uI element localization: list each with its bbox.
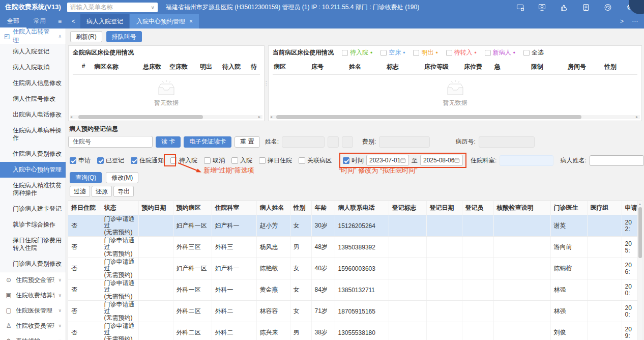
column-header-状态[interactable]: 状态: [101, 201, 138, 215]
sidebar-item-住院病人精准扶贫病种操作[interactable]: 住院病人精准扶贫病种操作: [0, 178, 66, 201]
horizontal-scrollbar[interactable]: ◂ ▸: [70, 115, 262, 119]
column-header-住院科室[interactable]: 住院科室: [212, 201, 256, 215]
checkbox-checked-icon[interactable]: [343, 157, 349, 164]
e-voucher-read-card-button[interactable]: 电子凭证读卡: [184, 136, 231, 148]
checkbox-icon[interactable]: [523, 50, 530, 56]
filter-button[interactable]: 过滤: [70, 186, 90, 197]
close-tab-icon[interactable]: ×: [189, 18, 193, 25]
monitor-schedule-icon[interactable]: [538, 3, 546, 11]
sidebar-group-住院收费结算管理[interactable]: ▣住院收费结算管理∨: [0, 288, 66, 303]
tab-admission-center[interactable]: 入院中心预约管理 ×: [130, 14, 199, 29]
screen-capture-icon[interactable]: [516, 3, 524, 11]
filter-checkbox-住院通知[interactable]: 住院通知: [131, 156, 164, 165]
column-header-病人联系电话[interactable]: 病人联系电话: [335, 201, 389, 215]
checkbox-icon[interactable]: [380, 50, 387, 56]
legend-待入院[interactable]: 待入院•: [342, 48, 372, 57]
column-header-年龄[interactable]: 年龄: [311, 201, 335, 215]
horizontal-scrollbar[interactable]: ◂ ▸: [270, 115, 640, 119]
sidebar-item-病人住院号修改[interactable]: 病人住院号修改: [0, 91, 66, 107]
sidebar-item-择日住院门诊费用转入住院[interactable]: 择日住院门诊费用转入住院: [0, 233, 66, 256]
column-header-预约病区[interactable]: 预约病区: [173, 201, 212, 215]
sidebar-group-inout-transfer[interactable]: ◰ 住院入出转管理 ∧: [0, 29, 66, 44]
table-row[interactable]: 否门诊申请通过 (无需预约)外科二区外科二陈兴来男38岁13055538180刘…: [68, 322, 638, 340]
filter-checkbox-关联病区[interactable]: 关联病区: [299, 156, 332, 165]
sidebar-item-门诊病人建卡登记[interactable]: 门诊病人建卡登记: [0, 201, 66, 217]
table-row[interactable]: 否门诊申请通过 (无需预约)妇产科一区妇产科一陈艳敏女40岁1596000360…: [68, 258, 638, 279]
table-row[interactable]: 否门诊申请通过 (无需预约)妇产科一区妇产科一赵小芳女30岁1512620526…: [68, 215, 638, 237]
sidebar-group-住院收费员管理[interactable]: ♙住院收费员管理∨: [0, 318, 66, 333]
table-row[interactable]: 否门诊申请通过 (无需预约)外科一区外科一黄金燕女84岁13850132711林…: [68, 279, 638, 301]
category-tab-common[interactable]: 常用: [26, 14, 53, 29]
column-header-登记标志[interactable]: 登记标志: [389, 201, 426, 215]
legend-新病人[interactable]: 新病人•: [485, 48, 515, 57]
sidebar-item-住院病人费别修改[interactable]: 住院病人费别修改: [0, 146, 66, 162]
export-button[interactable]: 导出: [113, 186, 134, 197]
legend-明出[interactable]: 明出•: [413, 48, 437, 57]
menu-search-input[interactable]: 请输入菜单名称 ∨: [67, 3, 158, 12]
reset-button[interactable]: 重 置: [235, 136, 259, 148]
checkbox-icon[interactable]: [446, 50, 452, 56]
sidebar-item-就诊卡综合操作[interactable]: 就诊卡综合操作: [0, 217, 66, 233]
checkbox-icon[interactable]: [413, 50, 419, 56]
patient-name-input[interactable]: [590, 155, 644, 166]
query-button[interactable]: 查询(Q): [70, 172, 102, 183]
sidebar-group-系统维护[interactable]: ⚙系统维护∨: [0, 333, 66, 340]
column-header-核酸检查说明[interactable]: 核酸检查说明: [493, 201, 550, 215]
checkbox-checked-icon[interactable]: [97, 157, 104, 164]
legend-待转入[interactable]: 待转入•: [446, 48, 477, 57]
column-header-医疗组[interactable]: 医疗组: [587, 201, 622, 215]
legend-全选[interactable]: 全选: [523, 48, 544, 57]
checkbox-icon[interactable]: [231, 157, 238, 164]
filter-checkbox-申请[interactable]: 申请: [70, 156, 91, 165]
table-row[interactable]: 否门诊申请通过 (无需预约)外科三区外科三杨风忠男48岁13950389392游…: [68, 237, 638, 258]
checkbox-checked-icon[interactable]: [70, 157, 76, 164]
scroll-left-icon[interactable]: ◂: [270, 115, 274, 119]
scrollbar-thumb[interactable]: [638, 207, 642, 258]
hand-gesture-icon[interactable]: [560, 3, 568, 11]
chevron-down-icon[interactable]: ∨: [151, 5, 154, 10]
column-header-申请[interactable]: 申请: [622, 201, 638, 215]
column-header-门诊医生[interactable]: 门诊医生: [550, 201, 587, 215]
sidebar-group-住院医保管理[interactable]: ▢住院医保管理∨: [0, 303, 66, 318]
sidebar-item-门诊病人费别修改[interactable]: 门诊病人费别修改: [0, 256, 66, 272]
scroll-right-icon[interactable]: ▸: [258, 115, 262, 119]
sidebar-group-住院预交金管理[interactable]: ⊙住院预交金管理∨: [0, 272, 66, 288]
column-header-择日住院[interactable]: 择日住院: [68, 201, 101, 215]
sidebar-item-入院中心预约管理[interactable]: 入院中心预约管理: [0, 162, 66, 178]
scroll-up-icon[interactable]: ▴: [638, 201, 642, 206]
tabs-scroll-left-icon[interactable]: <: [67, 14, 80, 29]
sidebar-item-病人入院取消[interactable]: 病人入院取消: [0, 60, 66, 75]
queue-call-button[interactable]: 排队叫号: [106, 31, 142, 42]
sidebar-item-出院病人电话修改[interactable]: 出院病人电话修改: [0, 107, 66, 123]
modify-button[interactable]: 修改(M): [106, 172, 138, 183]
vertical-scrollbar[interactable]: ▴: [637, 201, 642, 340]
filter-checkbox-time[interactable]: 时间: [343, 156, 364, 165]
restore-button[interactable]: 还原: [92, 186, 112, 197]
table-row[interactable]: 否门诊申请通过 (无需预约)外科二区外科二林容容女71岁18705915165林…: [68, 301, 638, 322]
column-header-登记日期[interactable]: 登记日期: [426, 201, 462, 215]
inpatient-no-input[interactable]: 住院号: [68, 136, 153, 148]
column-header-预约日期[interactable]: 预约日期: [138, 201, 173, 215]
checkbox-icon[interactable]: [485, 50, 491, 56]
legend-空床[interactable]: 空床•: [380, 48, 405, 57]
scrollbar-thumb[interactable]: [78, 115, 203, 119]
sidebar-item-住院病人信息修改[interactable]: 住院病人信息修改: [0, 75, 66, 91]
scrollbar-thumb[interactable]: [276, 115, 581, 119]
scroll-right-icon[interactable]: ▸: [636, 115, 640, 119]
read-card-button[interactable]: 读 卡: [156, 136, 181, 148]
checkbox-icon[interactable]: [342, 50, 348, 56]
document-icon[interactable]: [582, 3, 590, 11]
rollback-circle-icon[interactable]: [604, 3, 612, 11]
scroll-left-icon[interactable]: ◂: [70, 115, 74, 119]
sidebar-item-病人入院登记[interactable]: 病人入院登记: [0, 44, 66, 60]
checkbox-checked-icon[interactable]: [131, 157, 137, 164]
column-header-性别[interactable]: 性别: [290, 201, 311, 215]
tabs-more-icon[interactable]: ⋯: [632, 18, 638, 25]
tabs-scroll-right-icon[interactable]: >: [620, 18, 624, 25]
filter-checkbox-已登记[interactable]: 已登记: [97, 156, 124, 165]
checkbox-icon[interactable]: [259, 157, 266, 164]
category-tab-all[interactable]: 全部: [0, 14, 26, 29]
date-from-input[interactable]: 2023-07-01: [366, 155, 409, 166]
refresh-button[interactable]: 刷新(R): [70, 31, 102, 42]
filter-checkbox-择日住院[interactable]: 择日住院: [259, 156, 292, 165]
